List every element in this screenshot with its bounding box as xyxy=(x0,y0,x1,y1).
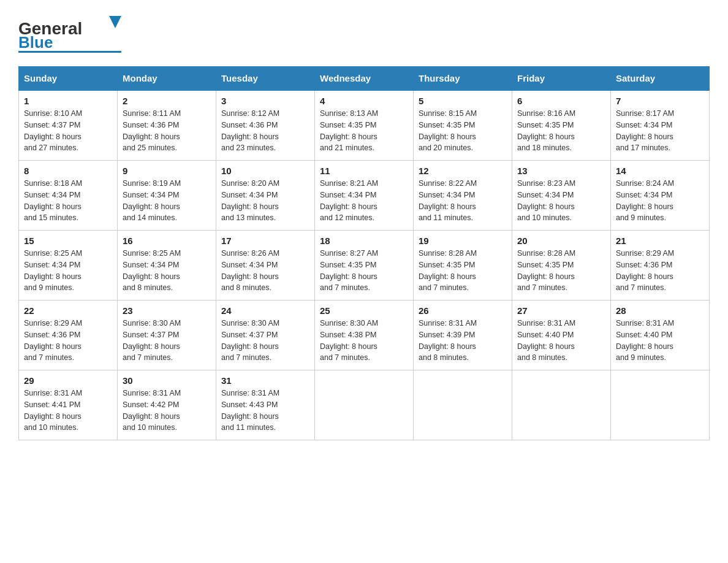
day-number: 11 xyxy=(320,166,408,176)
day-number: 27 xyxy=(517,305,605,316)
day-number: 3 xyxy=(221,96,309,106)
calendar-week-3: 15 Sunrise: 8:25 AMSunset: 4:34 PMDaylig… xyxy=(19,231,710,301)
calendar-cell xyxy=(512,370,611,440)
day-number: 1 xyxy=(24,96,112,106)
day-info: Sunrise: 8:22 AMSunset: 4:34 PMDaylight:… xyxy=(419,178,507,224)
calendar-cell xyxy=(414,370,512,440)
day-info: Sunrise: 8:19 AMSunset: 4:34 PMDaylight:… xyxy=(123,178,211,224)
calendar-cell: 6 Sunrise: 8:16 AMSunset: 4:35 PMDayligh… xyxy=(512,90,611,161)
calendar-cell: 20 Sunrise: 8:28 AMSunset: 4:35 PMDaylig… xyxy=(512,231,611,301)
calendar-header-row: SundayMondayTuesdayWednesdayThursdayFrid… xyxy=(19,67,710,91)
calendar-cell: 23 Sunrise: 8:30 AMSunset: 4:37 PMDaylig… xyxy=(118,301,216,370)
day-number: 26 xyxy=(419,305,507,316)
day-number: 28 xyxy=(616,305,704,316)
day-info: Sunrise: 8:10 AMSunset: 4:37 PMDaylight:… xyxy=(24,108,112,154)
page-header: General Blue xyxy=(18,12,710,55)
calendar-table: SundayMondayTuesdayWednesdayThursdayFrid… xyxy=(18,66,710,440)
calendar-week-2: 8 Sunrise: 8:18 AMSunset: 4:34 PMDayligh… xyxy=(19,161,710,231)
calendar-cell: 27 Sunrise: 8:31 AMSunset: 4:40 PMDaylig… xyxy=(512,301,611,370)
day-info: Sunrise: 8:25 AMSunset: 4:34 PMDaylight:… xyxy=(123,248,211,294)
header-col-monday: Monday xyxy=(118,67,216,91)
header-col-wednesday: Wednesday xyxy=(315,67,414,91)
day-number: 17 xyxy=(221,236,309,246)
calendar-cell: 15 Sunrise: 8:25 AMSunset: 4:34 PMDaylig… xyxy=(19,231,118,301)
day-info: Sunrise: 8:30 AMSunset: 4:37 PMDaylight:… xyxy=(221,318,309,364)
day-info: Sunrise: 8:13 AMSunset: 4:35 PMDaylight:… xyxy=(320,108,408,154)
day-info: Sunrise: 8:16 AMSunset: 4:35 PMDaylight:… xyxy=(517,108,605,154)
calendar-cell: 10 Sunrise: 8:20 AMSunset: 4:34 PMDaylig… xyxy=(216,161,315,231)
day-info: Sunrise: 8:31 AMSunset: 4:40 PMDaylight:… xyxy=(517,318,605,364)
calendar-cell: 21 Sunrise: 8:29 AMSunset: 4:36 PMDaylig… xyxy=(611,231,710,301)
day-info: Sunrise: 8:31 AMSunset: 4:39 PMDaylight:… xyxy=(419,318,507,364)
day-info: Sunrise: 8:31 AMSunset: 4:40 PMDaylight:… xyxy=(616,318,704,364)
calendar-cell: 16 Sunrise: 8:25 AMSunset: 4:34 PMDaylig… xyxy=(118,231,216,301)
calendar-cell: 11 Sunrise: 8:21 AMSunset: 4:34 PMDaylig… xyxy=(315,161,414,231)
day-info: Sunrise: 8:17 AMSunset: 4:34 PMDaylight:… xyxy=(616,108,704,154)
day-number: 9 xyxy=(123,166,211,176)
day-number: 5 xyxy=(419,96,507,106)
calendar-cell: 17 Sunrise: 8:26 AMSunset: 4:34 PMDaylig… xyxy=(216,231,315,301)
day-info: Sunrise: 8:28 AMSunset: 4:35 PMDaylight:… xyxy=(517,248,605,294)
day-info: Sunrise: 8:31 AMSunset: 4:42 PMDaylight:… xyxy=(123,388,211,434)
day-number: 24 xyxy=(221,305,309,316)
calendar-cell: 1 Sunrise: 8:10 AMSunset: 4:37 PMDayligh… xyxy=(19,90,118,161)
day-info: Sunrise: 8:25 AMSunset: 4:34 PMDaylight:… xyxy=(24,248,112,294)
header-col-thursday: Thursday xyxy=(414,67,512,91)
calendar-cell: 3 Sunrise: 8:12 AMSunset: 4:36 PMDayligh… xyxy=(216,90,315,161)
calendar-cell: 13 Sunrise: 8:23 AMSunset: 4:34 PMDaylig… xyxy=(512,161,611,231)
calendar-week-1: 1 Sunrise: 8:10 AMSunset: 4:37 PMDayligh… xyxy=(19,90,710,161)
calendar-cell: 26 Sunrise: 8:31 AMSunset: 4:39 PMDaylig… xyxy=(414,301,512,370)
day-number: 4 xyxy=(320,96,408,106)
header-col-sunday: Sunday xyxy=(19,67,118,91)
day-info: Sunrise: 8:29 AMSunset: 4:36 PMDaylight:… xyxy=(616,248,704,294)
day-info: Sunrise: 8:30 AMSunset: 4:37 PMDaylight:… xyxy=(123,318,211,364)
day-number: 6 xyxy=(517,96,605,106)
day-number: 8 xyxy=(24,166,112,176)
calendar-cell: 18 Sunrise: 8:27 AMSunset: 4:35 PMDaylig… xyxy=(315,231,414,301)
day-info: Sunrise: 8:12 AMSunset: 4:36 PMDaylight:… xyxy=(221,108,309,154)
day-number: 21 xyxy=(616,236,704,246)
calendar-cell: 14 Sunrise: 8:24 AMSunset: 4:34 PMDaylig… xyxy=(611,161,710,231)
calendar-cell: 5 Sunrise: 8:15 AMSunset: 4:35 PMDayligh… xyxy=(414,90,512,161)
calendar-cell: 9 Sunrise: 8:19 AMSunset: 4:34 PMDayligh… xyxy=(118,161,216,231)
calendar-cell xyxy=(315,370,414,440)
calendar-cell: 4 Sunrise: 8:13 AMSunset: 4:35 PMDayligh… xyxy=(315,90,414,161)
day-number: 2 xyxy=(123,96,211,106)
header-col-friday: Friday xyxy=(512,67,611,91)
day-info: Sunrise: 8:28 AMSunset: 4:35 PMDaylight:… xyxy=(419,248,507,294)
calendar-cell: 29 Sunrise: 8:31 AMSunset: 4:41 PMDaylig… xyxy=(19,370,118,440)
calendar-cell: 28 Sunrise: 8:31 AMSunset: 4:40 PMDaylig… xyxy=(611,301,710,370)
day-info: Sunrise: 8:20 AMSunset: 4:34 PMDaylight:… xyxy=(221,178,309,224)
day-info: Sunrise: 8:23 AMSunset: 4:34 PMDaylight:… xyxy=(517,178,605,224)
day-number: 31 xyxy=(221,375,309,386)
day-info: Sunrise: 8:24 AMSunset: 4:34 PMDaylight:… xyxy=(616,178,704,224)
calendar-week-5: 29 Sunrise: 8:31 AMSunset: 4:41 PMDaylig… xyxy=(19,370,710,440)
calendar-cell: 2 Sunrise: 8:11 AMSunset: 4:36 PMDayligh… xyxy=(118,90,216,161)
day-info: Sunrise: 8:31 AMSunset: 4:43 PMDaylight:… xyxy=(221,388,309,434)
calendar-cell: 7 Sunrise: 8:17 AMSunset: 4:34 PMDayligh… xyxy=(611,90,710,161)
svg-rect-3 xyxy=(18,51,121,53)
calendar-cell: 22 Sunrise: 8:29 AMSunset: 4:36 PMDaylig… xyxy=(19,301,118,370)
day-number: 13 xyxy=(517,166,605,176)
day-info: Sunrise: 8:27 AMSunset: 4:35 PMDaylight:… xyxy=(320,248,408,294)
logo: General Blue xyxy=(18,12,123,55)
calendar-cell: 19 Sunrise: 8:28 AMSunset: 4:35 PMDaylig… xyxy=(414,231,512,301)
day-number: 18 xyxy=(320,236,408,246)
day-number: 30 xyxy=(123,375,211,386)
day-number: 22 xyxy=(24,305,112,316)
logo-svg: General Blue xyxy=(18,12,123,55)
calendar-cell xyxy=(611,370,710,440)
day-number: 25 xyxy=(320,305,408,316)
svg-text:Blue: Blue xyxy=(18,33,53,52)
calendar-cell: 30 Sunrise: 8:31 AMSunset: 4:42 PMDaylig… xyxy=(118,370,216,440)
day-info: Sunrise: 8:26 AMSunset: 4:34 PMDaylight:… xyxy=(221,248,309,294)
day-info: Sunrise: 8:21 AMSunset: 4:34 PMDaylight:… xyxy=(320,178,408,224)
day-info: Sunrise: 8:29 AMSunset: 4:36 PMDaylight:… xyxy=(24,318,112,364)
day-number: 15 xyxy=(24,236,112,246)
calendar-week-4: 22 Sunrise: 8:29 AMSunset: 4:36 PMDaylig… xyxy=(19,301,710,370)
day-number: 20 xyxy=(517,236,605,246)
day-number: 29 xyxy=(24,375,112,386)
day-number: 14 xyxy=(616,166,704,176)
day-info: Sunrise: 8:31 AMSunset: 4:41 PMDaylight:… xyxy=(24,388,112,434)
day-number: 10 xyxy=(221,166,309,176)
